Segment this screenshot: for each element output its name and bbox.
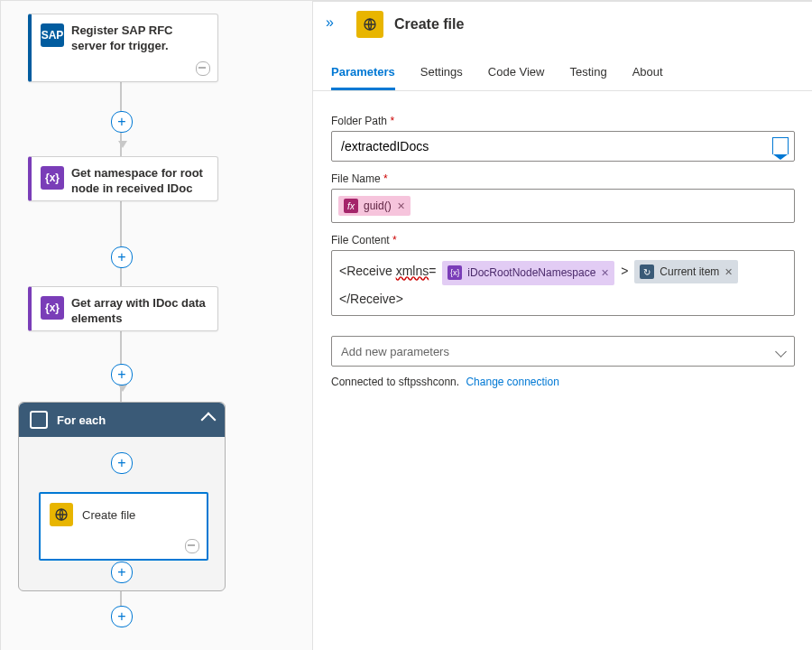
- collapse-panel-button[interactable]: »: [326, 14, 334, 31]
- step-title: Get namespace for root node in received …: [71, 166, 208, 197]
- foreach-header[interactable]: For each: [19, 403, 225, 437]
- folder-path-input[interactable]: [339, 138, 787, 154]
- step-register-sap-rfc[interactable]: SAP Register SAP RFC server for trigger.: [28, 14, 218, 82]
- sap-icon: SAP: [41, 23, 64, 47]
- add-new-parameters-dropdown[interactable]: Add new parameters: [331, 336, 795, 367]
- tab-settings[interactable]: Settings: [420, 65, 463, 90]
- fx-icon: fx: [344, 199, 358, 213]
- add-step-button[interactable]: +: [111, 246, 133, 268]
- variable-icon: {x}: [448, 265, 462, 280]
- loop-icon: [30, 411, 48, 429]
- token-current-item[interactable]: ↻ Current item ✕: [634, 260, 738, 283]
- connection-icon[interactable]: [185, 539, 199, 553]
- folder-path-input-wrap: [331, 131, 795, 162]
- add-step-button[interactable]: +: [111, 111, 133, 133]
- tab-bar: Parameters Settings Code View Testing Ab…: [313, 45, 812, 91]
- step-title: Register SAP RFC server for trigger.: [71, 23, 208, 54]
- add-step-button[interactable]: +: [111, 606, 133, 627]
- details-panel: » Create file Parameters Settings Code V…: [313, 1, 812, 650]
- file-content-input[interactable]: <Receive xmlns= {x} iDocRootNodeNamespac…: [331, 250, 795, 316]
- add-step-button[interactable]: +: [111, 364, 133, 385]
- panel-title: Create file: [394, 16, 464, 32]
- remove-token-button[interactable]: ✕: [397, 200, 405, 212]
- connection-info: Connected to sftpsshconn. Change connect…: [331, 376, 795, 388]
- variable-icon: {x}: [41, 296, 64, 320]
- token-variable-idoc-namespace[interactable]: {x} iDocRootNodeNamespace ✕: [442, 261, 614, 284]
- workflow-canvas: SAP Register SAP RFC server for trigger.…: [1, 1, 313, 650]
- remove-token-button[interactable]: ✕: [724, 264, 733, 281]
- tab-code-view[interactable]: Code View: [488, 65, 545, 90]
- loop-icon: ↻: [640, 265, 654, 279]
- foreach-container: For each + Create file +: [18, 402, 226, 591]
- tab-about[interactable]: About: [632, 65, 663, 90]
- change-connection-link[interactable]: Change connection: [466, 376, 558, 388]
- folder-picker-icon[interactable]: [772, 137, 789, 154]
- step-title: Get array with IDoc data elements: [71, 296, 208, 327]
- token-expression-guid[interactable]: fx guid() ✕: [338, 196, 411, 216]
- tab-parameters[interactable]: Parameters: [331, 65, 395, 90]
- chevron-up-icon: [201, 413, 217, 428]
- step-get-idoc-array[interactable]: {x} Get array with IDoc data elements: [28, 286, 218, 331]
- tab-testing[interactable]: Testing: [569, 65, 606, 90]
- label-file-name: File Name *: [331, 172, 795, 185]
- step-get-namespace[interactable]: {x} Get namespace for root node in recei…: [28, 156, 218, 201]
- connection-icon[interactable]: [196, 61, 210, 76]
- step-create-file[interactable]: Create file: [39, 492, 208, 561]
- step-title: Create file: [82, 508, 135, 522]
- file-name-input[interactable]: fx guid() ✕: [331, 189, 795, 223]
- foreach-title: For each: [57, 413, 194, 427]
- chevron-down-icon: [775, 346, 787, 358]
- label-folder-path: Folder Path *: [331, 115, 795, 127]
- remove-token-button[interactable]: ✕: [601, 265, 609, 282]
- label-file-content: File Content *: [331, 234, 795, 246]
- add-step-button[interactable]: +: [111, 562, 133, 583]
- sftp-icon: [50, 503, 73, 526]
- sftp-icon: [356, 11, 383, 38]
- variable-icon: {x}: [41, 166, 64, 190]
- add-step-button[interactable]: +: [111, 452, 133, 474]
